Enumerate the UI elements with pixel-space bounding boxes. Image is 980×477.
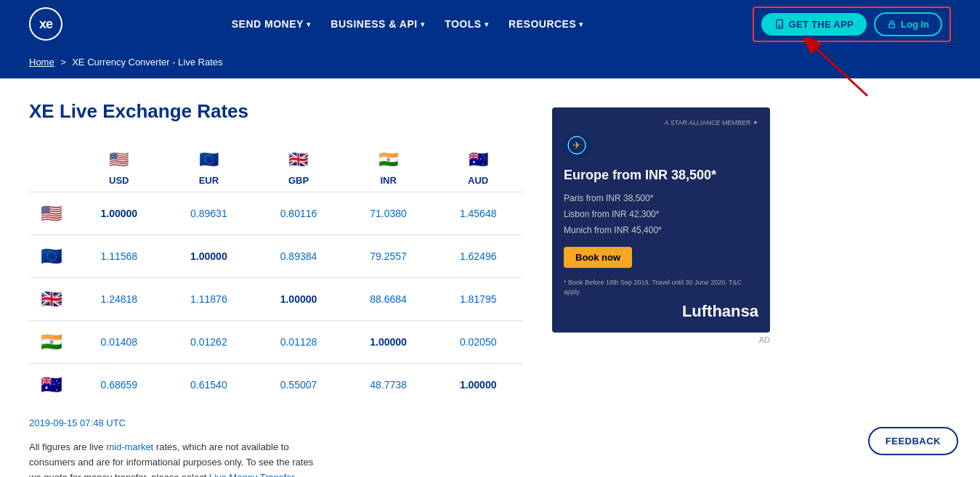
breadcrumb-bar: Home > XE Currency Converter - Live Rate… — [0, 48, 980, 78]
main-nav: SEND MONEY ▾ BUSINESS & API ▾ TOOLS ▾ RE… — [232, 18, 583, 30]
rate-cell[interactable]: 48.7738 — [344, 364, 434, 407]
rate-cell[interactable]: 1.00000 — [344, 321, 434, 364]
row-flag-inr: 🇮🇳 — [29, 321, 74, 364]
rate-cell[interactable]: 0.80116 — [254, 192, 344, 235]
svg-rect-2 — [889, 23, 895, 27]
lufthansa-icon: ✈ — [564, 132, 590, 158]
table-header-usd: 🇺🇸 USD — [74, 140, 164, 192]
lufthansa-brand: Lufthansa — [564, 302, 758, 321]
table-header-aud: 🇦🇺 AUD — [433, 140, 523, 192]
rate-cell[interactable]: 0.89384 — [254, 235, 344, 278]
rate-cell[interactable]: 0.55007 — [254, 364, 344, 407]
ad-banner: A STAR ALLIANCE MEMBER ✦ ✈ Europe from I… — [552, 107, 770, 333]
right-panel: A STAR ALLIANCE MEMBER ✦ ✈ Europe from I… — [552, 100, 770, 477]
logo-circle: xe — [29, 7, 62, 41]
table-row: 🇪🇺1.115681.000000.8938479.25571.62496 — [29, 235, 523, 278]
rate-cell[interactable]: 1.62496 — [433, 235, 523, 278]
rate-cell[interactable]: 1.11568 — [74, 235, 164, 278]
rate-cell[interactable]: 0.61540 — [164, 364, 254, 407]
rate-cell[interactable]: 0.01128 — [254, 321, 344, 364]
rate-cell[interactable]: 0.02050 — [433, 321, 523, 364]
rate-cell[interactable]: 1.45648 — [433, 192, 523, 235]
lufthansa-logo-row: ✈ — [564, 132, 758, 158]
chevron-down-icon: ▾ — [307, 20, 311, 28]
logo[interactable]: xe — [29, 7, 62, 41]
get-app-button[interactable]: GET THE APP — [761, 13, 867, 36]
table-row: 🇺🇸1.000000.896310.8011671.03801.45648 — [29, 192, 523, 235]
exchange-rate-table: 🇺🇸 USD 🇪🇺 EUR 🇬🇧 GBP 🇮🇳 INR — [29, 140, 523, 406]
breadcrumb-separator: > — [60, 57, 66, 68]
rate-cell[interactable]: 0.89631 — [164, 192, 254, 235]
nav-send-money[interactable]: SEND MONEY ▾ — [232, 18, 311, 30]
chevron-down-icon: ▾ — [421, 20, 425, 28]
feedback-button[interactable]: FEEDBACK — [868, 427, 958, 455]
nav-resources[interactable]: RESOURCES ▾ — [509, 18, 583, 30]
login-button[interactable]: Log In — [874, 12, 942, 36]
rate-cell[interactable]: 0.68659 — [74, 364, 164, 407]
row-flag-usd: 🇺🇸 — [29, 192, 74, 235]
rate-cell[interactable]: 1.24818 — [74, 278, 164, 321]
table-row: 🇦🇺0.686590.615400.5500748.77381.00000 — [29, 364, 523, 407]
phone-icon — [774, 19, 785, 29]
table-header-flag-col — [29, 140, 74, 192]
row-flag-gbp: 🇬🇧 — [29, 278, 74, 321]
rate-cell[interactable]: 1.00000 — [254, 278, 344, 321]
ad-headline: Europe from INR 38,500* — [564, 167, 758, 184]
chevron-down-icon: ▾ — [579, 20, 583, 28]
main-content: XE Live Exchange Rates 🇺🇸 USD 🇪🇺 EUR 🇬🇧 — [0, 78, 980, 477]
table-row: 🇮🇳0.014080.012620.011281.000000.02050 — [29, 321, 523, 364]
svg-text:✈: ✈ — [572, 139, 581, 151]
lock-icon — [887, 20, 896, 29]
rate-cell[interactable]: 1.11876 — [164, 278, 254, 321]
breadcrumb-home[interactable]: Home — [29, 57, 54, 68]
rate-cell[interactable]: 1.00000 — [164, 235, 254, 278]
mid-market-link[interactable]: mid-market — [106, 441, 153, 452]
rate-cell[interactable]: 0.01262 — [164, 321, 254, 364]
rate-cell[interactable]: 88.6684 — [344, 278, 434, 321]
row-flag-eur: 🇪🇺 — [29, 235, 74, 278]
rate-cell[interactable]: 1.00000 — [74, 192, 164, 235]
rate-cell[interactable]: 71.0380 — [344, 192, 434, 235]
live-money-transfer-link[interactable]: Live Money Transfer Rates — [29, 472, 295, 477]
table-row: 🇬🇧1.248181.118761.0000088.66841.81795 — [29, 278, 523, 321]
rate-cell[interactable]: 79.2557 — [344, 235, 434, 278]
ad-details: Paris from INR 38,500* Lisbon from INR 4… — [564, 191, 758, 238]
breadcrumb-current-page: XE Currency Converter - Live Rates — [72, 57, 222, 68]
table-header-inr: 🇮🇳 INR — [344, 140, 434, 192]
table-header-eur: 🇪🇺 EUR — [164, 140, 254, 192]
ad-alliance-text: A STAR ALLIANCE MEMBER ✦ — [564, 119, 758, 126]
rate-cell[interactable]: 0.01408 — [74, 321, 164, 364]
disclaimer-text: All figures are live mid-market rates, w… — [29, 440, 320, 477]
nav-tools[interactable]: TOOLS ▾ — [445, 18, 488, 30]
nav-business-api[interactable]: BUSINESS & API ▾ — [331, 18, 424, 30]
left-panel: XE Live Exchange Rates 🇺🇸 USD 🇪🇺 EUR 🇬🇧 — [29, 100, 523, 477]
header: xe SEND MONEY ▾ BUSINESS & API ▾ TOOLS ▾… — [0, 0, 980, 48]
page-title: XE Live Exchange Rates — [29, 100, 523, 123]
rate-cell[interactable]: 1.81795 — [433, 278, 523, 321]
timestamp: 2019-09-15 07:48 UTC — [29, 417, 523, 428]
chevron-down-icon: ▾ — [485, 20, 489, 28]
ad-label: AD — [552, 335, 770, 344]
row-flag-aud: 🇦🇺 — [29, 364, 74, 407]
book-now-button[interactable]: Book now — [564, 247, 632, 268]
svg-point-1 — [779, 25, 779, 26]
header-action-group: GET THE APP Log In — [753, 7, 952, 42]
rate-cell[interactable]: 1.00000 — [433, 364, 523, 407]
table-header-gbp: 🇬🇧 GBP — [254, 140, 344, 192]
ad-footer-text: * Book Before 18th Sep 2019. Travel unti… — [564, 278, 758, 296]
